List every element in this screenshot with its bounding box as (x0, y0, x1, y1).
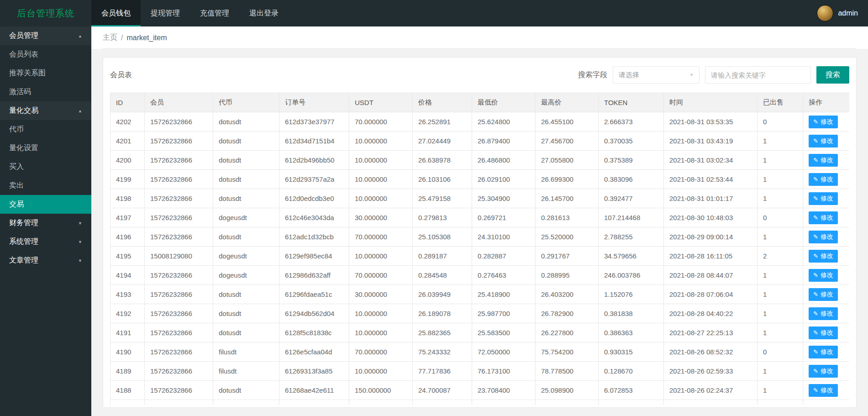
topnav-item[interactable]: 会员钱包 (91, 0, 141, 26)
column-header: 最高价 (536, 93, 599, 112)
topbar: 后台管理系统 会员钱包提现管理充值管理退出登录 admin (0, 0, 868, 26)
sidebar-item[interactable]: 交易 (0, 195, 91, 214)
edit-button[interactable]: ✎修改 (809, 135, 838, 147)
select-value: 请选择 (619, 71, 639, 79)
table-cell: 4198 (110, 189, 145, 208)
edit-button[interactable]: ✎修改 (809, 116, 838, 128)
sidebar-item[interactable]: 激活码 (0, 83, 91, 101)
table-row: 419815726232866dotusdt612d0edcdb3e010.00… (110, 189, 850, 208)
column-header: 操作 (803, 93, 850, 112)
sidebar-group-label: 会员管理 (9, 31, 38, 41)
edit-button-label: 修改 (821, 233, 833, 241)
table-cell: 61296fdaea51c (279, 285, 349, 304)
table-cell: 25.098900 (536, 381, 599, 400)
table-cell: 27.456700 (536, 132, 599, 151)
actions-cell: ✎修改 (803, 381, 850, 400)
table-cell: 15726232866 (145, 323, 213, 342)
search-field-select[interactable]: 请选择 ▼ (613, 66, 700, 84)
sidebar-item[interactable]: 代币 (0, 120, 91, 139)
edit-button[interactable]: ✎修改 (809, 154, 838, 167)
table-cell: 0.279813 (413, 208, 472, 227)
edit-button[interactable]: ✎修改 (809, 384, 838, 397)
table-cell: 2021-08-29 09:00:14 (664, 227, 758, 247)
sidebar-item[interactable]: 量化设置 (0, 139, 91, 158)
sidebar-item[interactable]: 买入 (0, 158, 91, 176)
table-cell: 15726232866 (145, 170, 213, 189)
topnav-item[interactable]: 充值管理 (190, 0, 239, 26)
column-header: USDT (349, 93, 413, 112)
topnav-item[interactable]: 退出登录 (239, 0, 289, 26)
table-cell: 24.310100 (472, 227, 536, 247)
sidebar-item[interactable]: 卖出 (0, 176, 91, 195)
chevron-down-icon: ▼ (689, 73, 694, 77)
edit-button[interactable]: ✎修改 (809, 231, 838, 243)
pencil-icon: ✎ (813, 310, 818, 317)
column-header: 订单号 (279, 93, 349, 112)
table-cell: 26.103106 (413, 170, 472, 189)
edit-button[interactable]: ✎修改 (809, 173, 838, 186)
table-cell: 26.029100 (472, 170, 536, 189)
content: 会员表 搜索字段 请选择 ▼ 搜索 (91, 49, 868, 416)
table-row: 418915726232866filusdt61269313f3a8510.00… (110, 362, 850, 381)
table-cell: 0.269721 (472, 208, 536, 227)
table-cell: 6.072853 (599, 381, 664, 400)
edit-button-label: 修改 (821, 137, 833, 145)
table-cell: 26.638978 (413, 151, 472, 170)
edit-button[interactable]: ✎修改 (809, 326, 838, 339)
edit-button[interactable]: ✎修改 (809, 288, 838, 301)
user-menu[interactable]: admin (817, 0, 868, 26)
table-cell: 6129ef985ec84 (279, 247, 349, 266)
table-cell: 0.383096 (599, 170, 664, 189)
edit-button[interactable]: ✎修改 (809, 307, 838, 320)
table-cell: 2021-08-31 01:01:17 (664, 189, 758, 208)
topnav-item[interactable]: 提现管理 (141, 0, 190, 26)
table-cell: 26.782900 (536, 304, 599, 323)
table-cell: 1 (758, 381, 803, 400)
table-cell: 10.000000 (349, 247, 413, 266)
table-cell: 75.754200 (536, 342, 599, 362)
table-cell: 612986d632aff (279, 266, 349, 285)
sidebar-group[interactable]: 会员管理▲ (0, 26, 91, 45)
edit-button-label: 修改 (821, 214, 833, 222)
sidebar-group[interactable]: 文章管理▼ (0, 251, 91, 270)
table-cell: 4197 (110, 208, 145, 227)
sidebar-group[interactable]: 量化交易▲ (0, 101, 91, 120)
chevron-up-icon: ▲ (78, 34, 82, 38)
edit-button-label: 修改 (821, 252, 833, 260)
sidebar-item[interactable]: 会员列表 (0, 45, 91, 64)
breadcrumb-home[interactable]: 主页 (103, 33, 117, 42)
table-cell: 150.000000 (349, 381, 413, 400)
edit-button[interactable]: ✎修改 (809, 192, 838, 205)
table-cell: 2021-08-28 07:06:04 (664, 285, 758, 304)
table-cell: 61294db562d04 (279, 304, 349, 323)
table-cell: 0.288995 (536, 266, 599, 285)
actions-cell: ✎修改 (803, 112, 850, 132)
table-cell: 2021-08-27 22:25:13 (664, 323, 758, 342)
table-cell: 1 (758, 323, 803, 342)
pencil-icon: ✎ (813, 118, 818, 125)
table-cell: 25.479158 (413, 189, 472, 208)
table-cell: 25.882365 (413, 323, 472, 342)
table-cell: 0.392477 (599, 189, 664, 208)
sidebar-group[interactable]: 财务管理▼ (0, 214, 91, 232)
edit-button[interactable]: ✎修改 (809, 269, 838, 282)
edit-button[interactable]: ✎修改 (809, 250, 838, 263)
edit-button[interactable]: ✎修改 (809, 211, 838, 224)
body-row: 会员管理▲会员列表推荐关系图激活码量化交易▲代币量化设置买入卖出交易财务管理▼系… (0, 26, 868, 416)
table-cell: 4192 (110, 304, 145, 323)
sidebar-group[interactable]: 系统管理▼ (0, 232, 91, 251)
table-cell: 70.000000 (349, 227, 413, 247)
search-input[interactable] (705, 66, 811, 84)
actions-cell: ✎修改 (803, 266, 850, 285)
table-row: 418815726232866dotusdt61268ae42e611150.0… (110, 381, 850, 400)
table-cell: dotusdt (213, 151, 279, 170)
edit-button[interactable]: ✎修改 (809, 365, 838, 378)
sidebar-item[interactable]: 推荐关系图 (0, 64, 91, 83)
table-cell: 4191 (110, 323, 145, 342)
search-button[interactable]: 搜索 (816, 66, 849, 84)
table-cell: 25.520000 (536, 227, 599, 247)
table-cell: 15008129080 (145, 247, 213, 266)
actions-cell: ✎修改 (803, 247, 850, 266)
edit-button[interactable]: ✎修改 (809, 346, 838, 358)
sidebar-group-label: 财务管理 (9, 218, 38, 228)
